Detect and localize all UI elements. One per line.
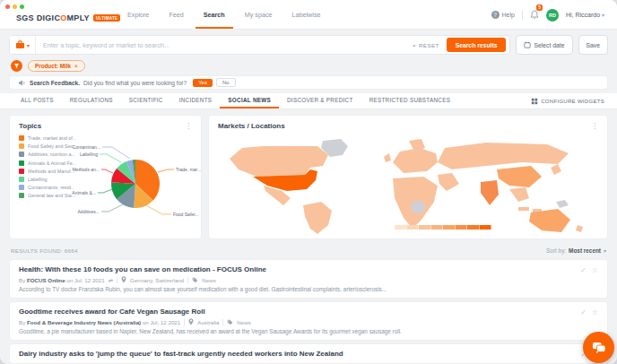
nav-feed[interactable]: Feed — [161, 1, 191, 29]
chip-close-icon[interactable]: × — [74, 63, 78, 69]
notifications-button[interactable]: 5 — [530, 7, 539, 23]
avatar[interactable]: RD — [546, 9, 559, 22]
result-title[interactable]: Health: With these 10 foods you can save… — [19, 265, 598, 273]
plan-badge: ULTIMATE — [93, 14, 120, 22]
chat-bubbles-icon — [592, 342, 606, 354]
callout-additives: Additives... — [78, 209, 100, 214]
chat-launcher-button[interactable] — [583, 332, 614, 363]
nav-explore[interactable]: Explore — [119, 1, 157, 29]
markets-menu-button[interactable]: ⋮ — [591, 123, 598, 130]
calendar-icon — [524, 41, 531, 48]
sort-button[interactable]: Sort by: Most recent ▾ — [546, 247, 606, 254]
topics-pie-chart[interactable]: Contaminan... Labelling Methods an... An… — [19, 132, 194, 232]
map-region-indonesia — [518, 207, 529, 211]
configure-widgets-button[interactable]: CONFIGURE WIDGETS — [531, 93, 604, 108]
nav-labelwise[interactable]: Labelwise — [284, 1, 329, 29]
map-region-uk — [384, 153, 391, 162]
topics-chart-area: Trade, market and of... Food Safety and … — [10, 132, 201, 232]
tab-social-news[interactable]: SOCIAL NEWS — [220, 93, 279, 108]
callout-food-safety: Food Safet... — [173, 212, 199, 217]
bookmark-star-icon[interactable]: ☆ — [592, 266, 598, 274]
help-icon: ? — [491, 11, 500, 19]
app-window: SGS DIGICOMPLY ULTIMATE Explore Feed Sea… — [0, 0, 617, 364]
user-area: ? Help 5 RD Hi, Riccardo ▾ — [491, 0, 605, 30]
map-region-middle-east — [438, 173, 459, 191]
close-icon: × — [413, 42, 416, 48]
search-feedback-bar: Search Feedback. Did you find what you w… — [9, 75, 608, 90]
logo-o-icon: O — [60, 13, 66, 22]
search-scope-button[interactable]: ▾ — [10, 36, 36, 54]
result-title[interactable]: Goodtime receives award for Café Vegan S… — [19, 308, 598, 316]
result-snippet: Goodtime, a pie manufacturer based in Na… — [19, 328, 598, 334]
tag-icon — [192, 277, 198, 283]
notification-badge: 5 — [535, 4, 543, 12]
map-region-india — [481, 180, 499, 205]
map-region-south-america — [303, 202, 332, 234]
product-filter-chip[interactable]: Product: Milk × — [28, 60, 85, 72]
translate-icon: ⇄ — [109, 277, 113, 283]
save-button[interactable]: Save — [578, 35, 609, 55]
tab-regulations[interactable]: REGULATIONS — [62, 93, 121, 108]
result-card: Goodtime receives award for Café Vegan S… — [9, 301, 608, 341]
select-date-button[interactable]: Select date — [516, 35, 572, 55]
callout-methods: Methods an... — [73, 167, 100, 172]
bookmark-star-icon[interactable]: ☆ — [592, 308, 598, 316]
divider — [522, 11, 523, 20]
world-map[interactable] — [216, 135, 600, 236]
map-region-se-asia — [509, 187, 529, 202]
search-input[interactable] — [36, 41, 405, 49]
mark-read-icon[interactable]: ✓ — [580, 308, 587, 316]
feedback-no-button[interactable]: No — [216, 78, 236, 87]
callout-animals: Animals &... — [72, 190, 96, 195]
map-color-scale — [395, 225, 491, 230]
feedback-yes-button[interactable]: Yes — [193, 79, 213, 87]
map-region-australia — [529, 209, 570, 232]
topics-title: Topics — [19, 122, 41, 130]
tab-restricted-substances[interactable]: RESTRICTED SUBSTANCES — [361, 93, 459, 108]
content-tabs: ALL POSTS REGULATIONS SCIENTIFIC INCIDEN… — [0, 93, 617, 109]
main-nav: Explore Feed Search My space Labelwise — [119, 0, 328, 30]
filter-icon[interactable] — [11, 60, 22, 72]
minimize-window-button[interactable] — [13, 4, 17, 9]
location-pin-icon — [121, 276, 126, 283]
callout-contaminants: Contaminan... — [73, 144, 100, 150]
topics-pie-slices — [111, 160, 160, 208]
zoom-window-button[interactable] — [20, 4, 24, 9]
callout-labelling: Labelling — [80, 152, 98, 157]
location-pin-icon — [188, 318, 194, 325]
window-controls — [5, 4, 24, 9]
tab-all-posts[interactable]: ALL POSTS — [13, 93, 62, 108]
callout-trade: Trade, mar... — [176, 167, 201, 172]
topics-menu-button[interactable]: ⋮ — [185, 123, 192, 130]
tab-incidents[interactable]: INCIDENTS — [171, 93, 221, 108]
header: SGS DIGICOMPLY ULTIMATE Explore Feed Sea… — [0, 0, 617, 30]
topics-widget: Topics ⋮ Trade, market and of... Food Sa… — [9, 115, 202, 239]
close-window-button[interactable] — [5, 4, 10, 9]
chevron-down-icon: ▾ — [602, 13, 604, 18]
user-menu[interactable]: Hi, Riccardo ▾ — [566, 12, 604, 18]
map-region-russia — [438, 143, 569, 169]
map-region-europe — [393, 148, 438, 173]
briefcase-icon — [15, 40, 25, 49]
result-card: Dairy industry asks to 'jump the queue' … — [9, 343, 608, 364]
result-meta: By FOCUS Online on Jul, 12 2021 ⇄ German… — [19, 276, 598, 283]
help-button[interactable]: ? Help — [491, 11, 515, 19]
map-region-japan — [551, 164, 561, 175]
chevron-down-icon: ▾ — [27, 42, 30, 48]
nav-search[interactable]: Search — [196, 1, 233, 29]
reset-button[interactable]: ×RESET — [405, 42, 447, 48]
result-title[interactable]: Dairy industry asks to 'jump the queue' … — [19, 350, 598, 358]
nav-my-space[interactable]: My space — [237, 1, 281, 29]
results-bar: RESULTS FOUND: 6664 Sort by: Most recent… — [11, 245, 606, 256]
map-region-png — [556, 200, 569, 208]
widgets-grid-icon — [531, 98, 538, 105]
map-region-new-zealand — [576, 225, 583, 232]
feedback-title: Search Feedback. — [30, 80, 80, 86]
search-results-button[interactable]: Search results — [447, 38, 507, 52]
chevron-down-icon: ▾ — [604, 247, 606, 254]
feedback-question: Did you find what you were looking for? — [83, 80, 187, 86]
tab-scientific[interactable]: SCIENTIFIC — [121, 93, 171, 108]
tab-discover-predict[interactable]: DISCOVER & PREDICT — [279, 93, 361, 108]
mark-read-icon[interactable]: ✓ — [580, 266, 587, 274]
app-logo[interactable]: SGS DIGICOMPLY ULTIMATE — [16, 13, 120, 22]
